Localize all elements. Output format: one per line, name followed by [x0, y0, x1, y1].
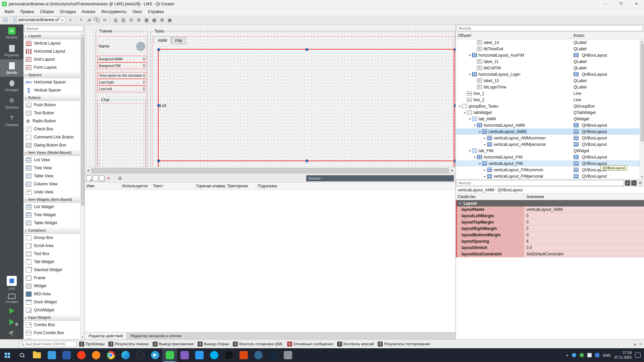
twisty-icon[interactable]: [483, 136, 487, 140]
twitter-x-button[interactable]: [221, 348, 236, 362]
widget-radio-button[interactable]: Radio Button: [23, 117, 80, 125]
inspector-row-lblcntfim[interactable]: lblCntFIMQLabel: [456, 65, 640, 71]
twisty-icon[interactable]: [468, 73, 472, 76]
tray-expand-icon[interactable]: [566, 354, 569, 357]
menu-help[interactable]: Справка: [145, 8, 167, 15]
resize-handle[interactable]: [306, 160, 308, 162]
utility-app-button[interactable]: [280, 348, 295, 362]
object-filter-input[interactable]: [457, 25, 643, 31]
layout-grid-button[interactable]: ▩: [151, 16, 158, 23]
widget-frame[interactable]: Frame: [23, 274, 80, 282]
twisty-icon[interactable]: [483, 168, 487, 172]
configure-property-editor-button[interactable]: [638, 180, 643, 186]
form-canvas[interactable]: Trainee Name Assigned AMM0 Assigned FIM0…: [85, 24, 455, 167]
inspector-row-tab-amm[interactable]: tab_AMMQWidget: [456, 116, 640, 122]
widget-list-widget[interactable]: List Widget: [23, 203, 80, 211]
output-pane-general-messages[interactable]: 6Основные сообщения: [286, 341, 334, 347]
group-title[interactable]: Trainee: [98, 29, 113, 34]
property-row-layoutleftmargin[interactable]: layoutLeftMargin0: [456, 213, 644, 219]
chrome-button[interactable]: [103, 348, 118, 362]
widget-list-view[interactable]: List View: [23, 156, 80, 164]
twisty-icon[interactable]: [463, 111, 467, 114]
widget-font-combo-box[interactable]: Font Combo Box: [23, 329, 80, 337]
twisty-icon[interactable]: [478, 130, 482, 133]
widget-push-button[interactable]: Push Button: [23, 101, 80, 109]
twisty-icon[interactable]: [458, 105, 462, 108]
selected-vertical-layout[interactable]: List Attached: [158, 49, 454, 167]
inspector-row-label-13[interactable]: label_13QLabel: [456, 77, 640, 84]
widget-form-layout[interactable]: Form Layout: [23, 63, 80, 71]
rider-button[interactable]: [236, 348, 251, 362]
widget-column-view[interactable]: Column View: [23, 180, 80, 188]
list-label[interactable]: List: [160, 103, 166, 108]
taskbar-search-button[interactable]: [15, 348, 30, 362]
widget-undo-view[interactable]: Undo View: [23, 188, 80, 196]
inspector-row-horizontallayout-login[interactable]: horizontalLayout_LoginQHBoxLayout: [456, 71, 640, 77]
scroll-left-icon[interactable]: ◀: [85, 167, 91, 174]
telegram-button[interactable]: [148, 348, 162, 362]
action-center-icon[interactable]: [635, 353, 641, 358]
property-filter-input[interactable]: [457, 180, 624, 186]
tab-fim[interactable]: FIM: [171, 37, 186, 44]
inspector-row-lbltimeexit[interactable]: lblTimeExitQLabel: [456, 46, 640, 52]
inspector-row-verticallayout-ammpersonal[interactable]: verticalLayout_AMMpersonalQVBoxLayout: [456, 141, 640, 147]
widget-line-edit[interactable]: Line Edit: [23, 337, 80, 339]
category-spacers[interactable]: Spacers: [23, 71, 80, 78]
firefox-button[interactable]: [89, 348, 103, 362]
resize-handle[interactable]: [454, 49, 456, 51]
property-row-layoutbottommargin[interactable]: layoutBottomMargin0: [456, 232, 644, 238]
widget-tool-button[interactable]: Tool Button: [23, 109, 80, 117]
menu-file[interactable]: Файл: [1, 8, 17, 15]
taskbar-clock[interactable]: 17:29 07.11.2025: [614, 351, 632, 359]
widget-command-link-button[interactable]: Command Link Button: [23, 133, 80, 141]
category-buttons[interactable]: Buttons: [23, 94, 80, 101]
assigned-amm-row[interactable]: Assigned AMM0: [98, 56, 146, 62]
output-pane-test-results[interactable]: 8Результаты тестирования: [377, 341, 431, 347]
chat-group-box[interactable]: Chat: [97, 100, 146, 167]
menu-tools[interactable]: Инструменты: [98, 8, 129, 15]
quick-search[interactable]: [19, 341, 76, 347]
widget-grid-layout[interactable]: Grid Layout: [23, 55, 80, 63]
postgres-button[interactable]: [251, 348, 266, 362]
inspector-row-horizontallayout-fim[interactable]: horizontalLayout_FIMQHBoxLayout: [456, 154, 640, 160]
widget-scroll-area[interactable]: Scroll Area: [23, 242, 80, 250]
scroll-down-icon[interactable]: ▼: [640, 175, 644, 179]
inspector-row-verticallayout-fimpersonal[interactable]: verticalLayout_FIMpersonalQVBoxLayout: [456, 173, 640, 179]
break-layout-button[interactable]: ⊠: [158, 16, 166, 23]
widget-dialog-button-box[interactable]: Dialog Button Box: [23, 141, 80, 149]
category-layouts[interactable]: Layouts: [23, 33, 80, 39]
widget-horizontal-layout[interactable]: Horizontal Layout: [23, 47, 80, 55]
widget-mdi-area[interactable]: MDI Area: [23, 290, 80, 298]
canvas-horizontal-scrollbar[interactable]: ◀ ▶: [85, 167, 455, 174]
inspector-row-verticallayout-ammcommon[interactable]: verticalLayout_AMMcommonQVBoxLayout: [456, 135, 640, 141]
column-class[interactable]: Класс: [572, 32, 644, 39]
edit-action-button[interactable]: [93, 175, 98, 181]
column-property[interactable]: Свойство: [456, 193, 524, 200]
widget-combo-box[interactable]: Combo Box: [23, 321, 80, 329]
output-pane-application-output[interactable]: 3Вывод приложения: [152, 341, 195, 347]
group-title[interactable]: Chat: [100, 98, 110, 102]
mode-debug[interactable]: Отладка: [0, 77, 23, 94]
name-label[interactable]: Name: [99, 44, 109, 49]
layout-horizontally-button[interactable]: ▥: [112, 16, 119, 23]
edit-signals-slots-tool[interactable]: ⇄: [86, 16, 93, 23]
twisty-icon[interactable]: [483, 143, 487, 146]
scroll-down-icon[interactable]: ▼: [80, 335, 85, 339]
output-pane-problems[interactable]: 1Проблемы: [78, 341, 106, 347]
twisty-icon[interactable]: [473, 156, 477, 159]
widget-qaxwidget[interactable]: QAxWidget: [23, 306, 80, 314]
github-desktop-button[interactable]: [133, 348, 148, 362]
tab-signals-slots-editor[interactable]: Редактор сигналов и слотов: [127, 333, 185, 339]
widget-vertical-layout[interactable]: Vertical Layout: [23, 39, 80, 47]
delete-action-button[interactable]: [106, 175, 111, 181]
copy-action-button[interactable]: [99, 175, 104, 181]
visual-studio-button[interactable]: [177, 348, 192, 362]
layout-vertical-splitter-button[interactable]: ⊞: [135, 16, 143, 23]
new-action-button[interactable]: [87, 175, 92, 181]
scroll-up-icon[interactable]: ▲: [640, 39, 644, 44]
widget-dock-widget[interactable]: Dock Widget: [23, 298, 80, 306]
column-tooltip[interactable]: Подсказка: [256, 183, 455, 189]
inspector-row-line-1[interactable]: line_1Line: [456, 90, 640, 97]
scrollbar-thumb[interactable]: [81, 37, 84, 205]
widget-tab-widget[interactable]: Tab Widget: [23, 258, 80, 266]
